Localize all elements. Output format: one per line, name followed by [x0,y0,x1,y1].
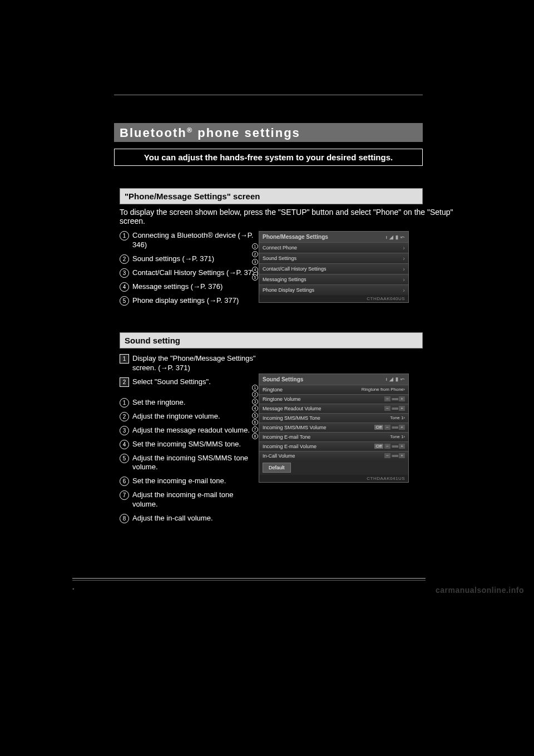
side-circle-4-icon: 4 [252,405,258,411]
side-circle-5-icon: 5 [252,274,258,281]
side-circle-1-icon: 1 [252,243,258,249]
shot1-row-sound-settings[interactable]: Sound Settings› [259,253,408,263]
page-title: Bluetooth® phone settings [120,126,300,140]
row-label: Sound Settings [263,256,296,261]
volume-slider[interactable]: −ıııııııııııı+ [384,396,405,401]
circle-6-icon: 6 [120,477,129,486]
back-icon: ⤺ [400,234,405,240]
minus-icon[interactable]: − [384,406,390,411]
circle-4-icon: 4 [120,282,129,292]
side-circle-3-icon: 3 [252,259,258,265]
chevron-right-icon: › [403,244,405,251]
slider-track: ıııııııııııı [392,454,398,458]
row-value: Ringtone from Phone› [362,387,405,392]
circle-4-icon: 4 [120,440,129,449]
shot2-row-ringtone-volume[interactable]: Ringtone Volume−ıııııııııııı+ [259,394,408,404]
chevron-right-icon: › [403,266,405,272]
slider-track: ıııııııııııı [392,406,398,410]
sound-steps-list: 1Display the "Phone/Message Settings" sc… [120,354,259,387]
item-readout-volume: Adjust the message readout volume. [132,426,250,435]
row-label: Ringtone Volume [263,396,301,402]
screenshot2-caption: CTHDAAK041US [259,475,408,482]
plus-icon[interactable]: + [399,453,405,458]
shot1-row-contact-history[interactable]: Contact/Call History Settings› [259,263,408,274]
circle-1-icon: 1 [120,398,129,408]
bars-icon: ◢ [389,234,393,240]
screenshot1-header-icons: ı◢▮⤺ [385,234,405,240]
row-label: Incoming E-mail Volume [263,444,317,449]
off-button[interactable]: Off [374,425,384,430]
side-circle-3-icon: 3 [252,399,258,405]
plus-icon[interactable]: + [399,406,405,411]
side-circle-6-icon: 6 [252,419,258,425]
side-circle-7-icon: 7 [252,426,258,433]
circle-5-icon: 5 [120,296,129,306]
shot2-row-email-tone[interactable]: Incoming E-mail ToneTone 1› [259,432,408,441]
shot2-row-email-volume[interactable]: Incoming E-mail VolumeOff−ıııııııııııı+ [259,441,408,451]
row-value: Tone 1› [390,415,405,420]
row-label: Phone Display Settings [263,287,314,293]
footer-rule [72,578,426,581]
row-label: Ringtone [263,387,283,392]
volume-slider[interactable]: −ıııııııııııı+ [384,406,405,411]
chevron-right-icon: › [403,255,405,262]
battery-icon: ▮ [395,376,398,382]
shot2-row-ringtone[interactable]: RingtoneRingtone from Phone› [259,385,408,394]
circle-1-icon: 1 [120,231,129,240]
screenshot1-header: Phone/Message Settings ı◢▮⤺ [259,232,408,242]
screenshot1-side-labels: 1 2 3 4 5 [252,243,258,282]
shot2-row-sms-tone[interactable]: Incoming SMS/MMS ToneTone 1› [259,413,408,423]
off-button[interactable]: Off [374,444,384,449]
side-circle-4-icon: 4 [252,267,258,273]
signal-icon: ı [385,376,387,382]
volume-slider[interactable]: −ıııııııııııı+ [384,453,405,458]
step-display-screen: Display the "Phone/Message Settings" scr… [132,354,259,373]
item-contact-history: Contact/Call History Settings (→P. 372) [132,268,259,278]
phone-settings-list: 1Connecting a Bluetooth® device (→P. 346… [120,231,259,306]
item-incall-volume: Adjust the in-call volume. [132,514,213,523]
slider-track: ıııııııııııı [392,444,398,448]
screenshot-sound-settings: 1 2 3 4 5 6 7 8 Sound Settings ı◢▮⤺ Ring… [259,354,423,528]
volume-slider[interactable]: Off−ıııııııııııı+ [374,444,405,449]
minus-icon[interactable]: − [384,425,390,430]
item-connect-bluetooth: Connecting a Bluetooth® device (→P. 346) [132,231,259,250]
item-set-ringtone: Set the ringtone. [132,398,185,408]
row-label: In-Call Volume [263,453,295,459]
circle-8-icon: 8 [120,514,129,523]
item-message-settings: Message settings (→P. 376) [132,282,222,292]
step-select-sound: Select "Sound Settings". [132,377,211,387]
plus-icon[interactable]: + [399,396,405,401]
title-sup: ® [187,126,194,134]
side-circle-8-icon: 8 [252,433,258,439]
intro-banner: You can adjust the hands-free system to … [114,149,423,166]
circle-2-icon: 2 [120,412,129,421]
circle-3-icon: 3 [120,268,129,278]
shot2-row-sms-volume[interactable]: Incoming SMS/MMS VolumeOff−ıııııııııııı+ [259,423,408,432]
default-button[interactable]: Default [263,463,291,473]
item-ringtone-volume: Adjust the ringtone volume. [132,412,220,421]
volume-slider[interactable]: Off−ıııııııııııı+ [374,425,405,430]
back-icon: ⤺ [400,376,405,382]
row-label: Incoming E-mail Tone [263,434,310,440]
side-circle-2-icon: 2 [252,391,258,397]
signal-icon: ı [385,234,387,240]
minus-icon[interactable]: − [384,453,390,458]
chevron-right-icon: › [403,287,405,293]
item-phone-display: Phone display settings (→P. 377) [132,296,239,306]
shot1-row-messaging[interactable]: Messaging Settings› [259,274,408,284]
circle-2-icon: 2 [120,254,129,264]
row-label: Message Readout Volume [263,406,322,411]
row-label: Incoming SMS/MMS Volume [263,425,327,430]
slider-track: ıııııııııııı [392,425,398,429]
shot2-row-incall-volume[interactable]: In-Call Volume−ıııııııııııı+ [259,451,408,460]
shot1-row-phone-display[interactable]: Phone Display Settings› [259,284,408,295]
minus-icon[interactable]: − [384,396,390,401]
plus-icon[interactable]: + [399,425,405,430]
title-suffix: phone settings [193,126,300,140]
shot1-row-connect-phone[interactable]: Connect Phone› [259,242,408,253]
circle-7-icon: 7 [120,490,129,500]
shot2-row-readout-volume[interactable]: Message Readout Volume−ıııııııııııı+ [259,404,408,413]
minus-icon[interactable]: − [384,444,390,449]
item-sound-settings: Sound settings (→P. 371) [132,254,214,264]
plus-icon[interactable]: + [399,444,405,449]
